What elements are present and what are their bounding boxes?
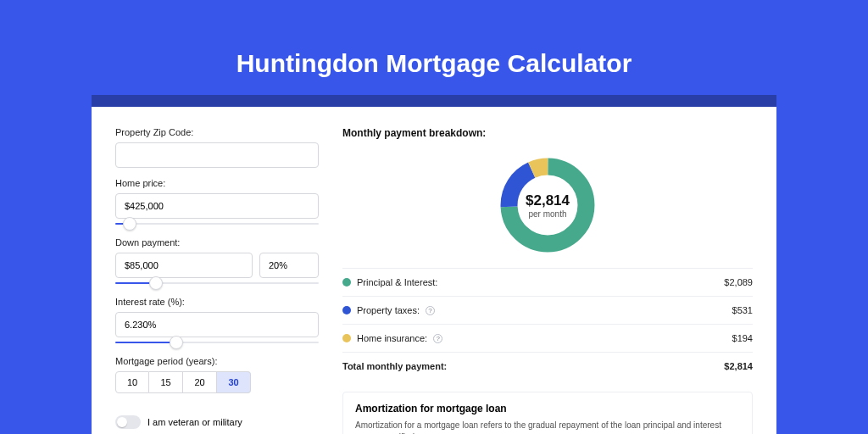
slider-thumb[interactable] [123,217,136,231]
donut-subtext: per month [526,209,570,219]
legend-label: Property taxes: [357,305,420,315]
legend-total-label: Total monthly payment: [342,361,447,371]
legend-dot [342,306,351,314]
legend-row: Home insurance:?$194 [342,325,753,353]
legend-total-row: Total monthly payment:$2,814 [342,353,753,380]
down-percent-input[interactable] [259,253,319,278]
period-field-group: Mortgage period (years): 10152030 [115,356,319,393]
veteran-toggle[interactable] [115,415,141,429]
slider-thumb[interactable] [170,336,183,349]
info-icon[interactable]: ? [426,306,435,315]
info-icon[interactable]: ? [433,334,442,343]
calculator-card: Property Zip Code: Home price: Down paym… [92,107,776,434]
zip-label: Property Zip Code: [115,127,319,137]
legend-dot [342,334,351,342]
amortization-text: Amortization for a mortgage loan refers … [355,420,740,434]
amortization-title: Amortization for mortgage loan [355,403,740,415]
rate-field-group: Interest rate (%): [115,297,319,346]
card-shadow: Property Zip Code: Home price: Down paym… [92,95,776,434]
slider-rail [115,223,319,225]
legend-label: Home insurance: [357,333,427,343]
down-amount-input[interactable] [115,253,253,278]
veteran-row: I am veteran or military [115,415,319,429]
legend-row: Principal & Interest:$2,089 [342,269,753,297]
legend-total-value: $2,814 [724,361,753,371]
breakdown-title: Monthly payment breakdown: [342,127,753,139]
zip-input[interactable] [115,142,319,168]
period-option-30[interactable]: 30 [217,371,251,393]
results-panel: Monthly payment breakdown: $2,814 per mo… [342,127,753,434]
rate-label: Interest rate (%): [115,297,319,307]
period-option-20[interactable]: 20 [183,371,217,393]
slider-thumb[interactable] [149,276,163,290]
inputs-panel: Property Zip Code: Home price: Down paym… [115,127,319,434]
rate-input[interactable] [115,312,319,337]
legend-value: $194 [732,333,753,343]
price-field-group: Home price: [115,178,319,227]
period-option-15[interactable]: 15 [149,371,183,393]
legend: Principal & Interest:$2,089Property taxe… [342,268,753,380]
donut-chart-wrap: $2,814 per month [342,154,753,256]
rate-slider[interactable] [115,339,319,346]
page-title: Huntingdon Mortgage Calculator [0,0,868,78]
price-label: Home price: [115,178,319,188]
period-label: Mortgage period (years): [115,356,319,366]
legend-dot [342,278,351,287]
down-label: Down payment: [115,237,319,248]
period-options: 10152030 [115,371,319,393]
down-slider[interactable] [115,280,319,287]
down-field-group: Down payment: [115,237,319,287]
legend-value: $2,089 [724,277,753,287]
price-slider[interactable] [115,220,319,227]
price-input[interactable] [115,193,319,219]
amortization-section: Amortization for mortgage loan Amortizat… [342,392,753,434]
slider-fill [115,342,176,343]
legend-label: Principal & Interest: [357,277,437,287]
legend-row: Property taxes:?$531 [342,297,753,325]
donut-value: $2,814 [526,192,570,209]
zip-field-group: Property Zip Code: [115,127,319,168]
veteran-label: I am veteran or military [147,417,242,427]
legend-value: $531 [732,305,753,315]
period-option-10[interactable]: 10 [115,371,149,393]
donut-center: $2,814 per month [526,192,570,219]
